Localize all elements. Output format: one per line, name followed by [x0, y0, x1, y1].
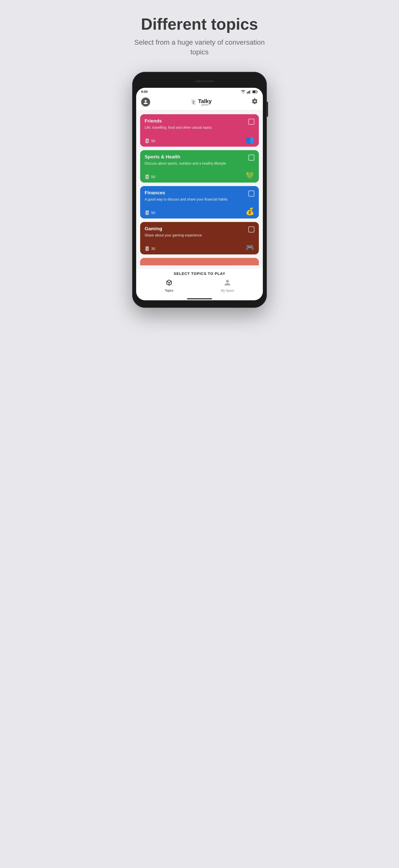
cube-icon	[165, 279, 173, 288]
topic-footer-finances: 🃏 50 💰	[145, 208, 254, 215]
home-indicator	[136, 296, 263, 300]
topic-title-sports: Sports & Health	[145, 154, 226, 160]
myspace-tab-label: My Space	[221, 289, 234, 292]
page-wrapper: Different topics Select from a huge vari…	[100, 10, 299, 308]
topic-emoji-finances: 💰	[246, 208, 254, 215]
topic-desc-friends: Life, travelling, food and other casual …	[145, 125, 212, 130]
topic-emoji-sports: 💚	[246, 172, 254, 179]
app-logo: 🃏 Talky games	[190, 98, 212, 106]
phone-screen: 9:00	[136, 88, 263, 300]
settings-icon[interactable]	[252, 98, 258, 106]
phone-speaker	[194, 81, 214, 82]
topic-emoji-gaming: 🎮	[246, 244, 254, 251]
topic-count-value-finances: 50	[151, 211, 155, 215]
topic-footer-gaming: 🃏 30 🎮	[145, 244, 254, 251]
app-header: 🃏 Talky games	[136, 95, 263, 110]
topic-card-finances[interactable]: Finances A good way to discuss and share…	[140, 186, 259, 218]
status-time: 9:00	[141, 90, 148, 94]
topics-tab-label: Topics	[165, 289, 173, 292]
topic-checkbox-friends[interactable]	[248, 119, 254, 125]
nav-tab-myspace[interactable]: My Space	[221, 279, 234, 292]
topic-footer-friends: 🃏 50 👥	[145, 136, 254, 143]
card-count-icon-sports: 🃏	[145, 174, 150, 179]
topic-count-value-gaming: 30	[151, 246, 155, 251]
topic-desc-finances: A good way to discuss and share your fin…	[145, 197, 227, 202]
svg-rect-2	[249, 91, 250, 94]
topic-count-finances: 🃏 50	[145, 210, 155, 215]
status-icons	[241, 90, 258, 94]
topic-checkbox-sports[interactable]	[248, 155, 254, 161]
select-topics-label: SELECT TOPICS TO PLAY	[141, 271, 258, 276]
topic-count-value-sports: 50	[151, 175, 155, 179]
topic-title-friends: Friends	[145, 118, 212, 124]
topic-count-value-friends: 50	[151, 139, 155, 143]
bottom-nav: SELECT TOPICS TO PLAY Topics	[136, 269, 263, 296]
topic-header-finances: Finances A good way to discuss and share…	[145, 190, 254, 202]
partial-card-peek	[140, 258, 259, 266]
topic-title-gaming: Gaming	[145, 226, 202, 231]
topic-header-gaming: Gaming Share about your gaming experienc…	[145, 226, 254, 238]
logo-cards-icon: 🃏	[190, 99, 196, 105]
card-count-icon-finances: 🃏	[145, 210, 150, 215]
card-count-icon-gaming: 🃏	[145, 246, 150, 251]
topic-count-friends: 🃏 50	[145, 138, 155, 143]
hero-subtitle: Select from a huge variety of conversati…	[132, 37, 267, 57]
topic-checkbox-finances[interactable]	[248, 191, 254, 196]
svg-rect-5	[253, 91, 255, 93]
svg-rect-0	[247, 92, 248, 94]
topic-card-sports[interactable]: Sports & Health Discuss about sports, nu…	[140, 150, 259, 183]
signal-icon	[247, 90, 251, 94]
phone-frame: 9:00	[132, 72, 267, 308]
person-icon	[224, 279, 231, 288]
topic-desc-gaming: Share about your gaming experience	[145, 233, 202, 238]
topic-footer-sports: 🃏 50 💚	[145, 172, 254, 179]
topic-card-friends[interactable]: Friends Life, travelling, food and other…	[140, 114, 259, 147]
topic-header-friends: Friends Life, travelling, food and other…	[145, 118, 254, 130]
svg-rect-1	[248, 91, 249, 94]
topic-header-sports: Sports & Health Discuss about sports, nu…	[145, 154, 254, 166]
nav-tabs: Topics My Space	[141, 279, 258, 292]
topic-desc-sports: Discuss about sports, nutrition and a he…	[145, 161, 226, 166]
topic-card-gaming[interactable]: Gaming Share about your gaming experienc…	[140, 222, 259, 254]
topic-checkbox-gaming[interactable]	[248, 226, 254, 232]
wifi-icon	[241, 90, 245, 94]
hero-title: Different topics	[141, 15, 258, 33]
status-bar: 9:00	[136, 88, 263, 95]
card-count-icon-friends: 🃏	[145, 138, 150, 143]
topic-count-sports: 🃏 50	[145, 174, 155, 179]
phone-top-bar	[136, 77, 263, 86]
user-avatar[interactable]	[141, 97, 150, 106]
battery-icon	[252, 90, 258, 93]
svg-rect-3	[250, 90, 251, 94]
topic-title-finances: Finances	[145, 190, 227, 195]
nav-tab-topics[interactable]: Topics	[165, 279, 173, 292]
topic-emoji-friends: 👥	[246, 136, 254, 143]
topic-count-gaming: 🃏 30	[145, 246, 155, 251]
home-bar	[187, 298, 212, 299]
topics-list: Friends Life, travelling, food and other…	[136, 110, 263, 254]
